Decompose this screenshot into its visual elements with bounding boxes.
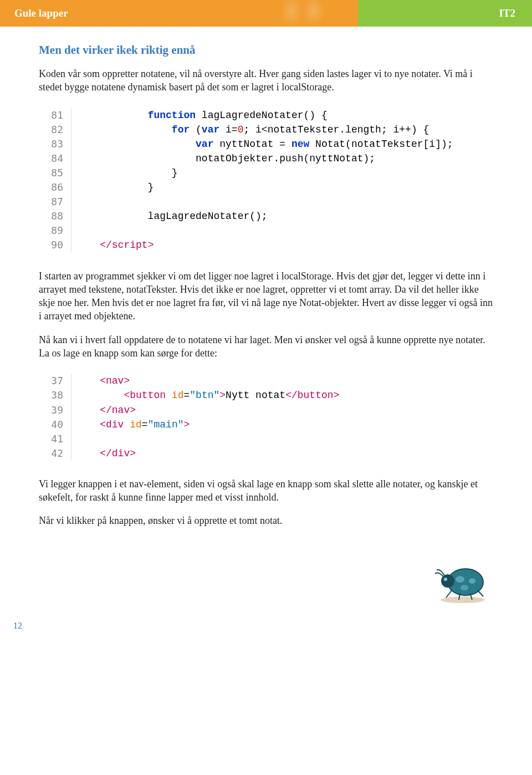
paragraph-2: I starten av programmet sjekker vi om de… (39, 269, 493, 323)
line-number: 39 (39, 403, 71, 417)
paragraph-3: Nå kan vi i hvert fall oppdatere de to n… (39, 333, 493, 360)
line-number: 88 (39, 209, 71, 223)
svg-point-0 (441, 596, 485, 603)
line-number: 84 (39, 151, 71, 166)
code-line: 83 var nyttNotat = new Notat(notatTekste… (39, 137, 493, 151)
code-block-2: 37 <nav>38 <button id="btn">Nytt notat</… (39, 374, 493, 461)
code-line: 85 } (39, 166, 493, 180)
header-right: IT2 (358, 0, 532, 27)
code-line: 90 </script> (39, 238, 493, 252)
code-line: 42 </div> (39, 446, 493, 461)
line-number: 85 (39, 166, 71, 180)
header-right-label: IT2 (499, 7, 515, 19)
code-text: lagLagredeNotater(); (76, 209, 268, 223)
code-line: 86 } (39, 180, 493, 195)
paragraph-4: Vi legger knappen i et nav-element, side… (39, 477, 493, 504)
header-title: Gule lapper (0, 0, 358, 27)
code-line: 84 notatObjekter.push(nyttNotat); (39, 151, 493, 166)
code-line: 81 function lagLagredeNotater() { (39, 108, 493, 123)
code-text: } (76, 180, 154, 195)
code-line: 41 (39, 432, 493, 446)
butterfly-decoration (269, 0, 336, 27)
line-number: 82 (39, 123, 71, 137)
line-number: 90 (39, 238, 71, 252)
decorative-bug-container (0, 549, 532, 621)
code-line: 38 <button id="btn">Nytt notat</button> (39, 388, 493, 402)
line-number: 86 (39, 180, 71, 195)
code-text: <button id="btn">Nytt notat</button> (76, 388, 339, 402)
svg-point-4 (469, 578, 475, 584)
line-number: 40 (39, 417, 71, 432)
paragraph-1: Koden vår som oppretter notatene, vil nå… (39, 67, 493, 94)
line-number: 89 (39, 223, 71, 238)
line-number: 83 (39, 137, 71, 151)
section-title: Men det virker ikek riktig ennå (39, 43, 493, 57)
svg-point-7 (444, 578, 447, 581)
code-text: <nav> (76, 374, 130, 388)
line-number: 81 (39, 108, 71, 123)
code-text: </script> (76, 238, 154, 252)
code-text: </div> (76, 446, 136, 461)
code-block-1: 81 function lagLagredeNotater() {82 for … (39, 108, 493, 253)
code-text: notatObjekter.push(nyttNotat); (76, 151, 375, 166)
code-text: function lagLagredeNotater() { (76, 108, 328, 123)
code-line: 82 for (var i=0; i<notatTekster.length; … (39, 123, 493, 137)
code-line: 40 <div id="main"> (39, 417, 493, 432)
svg-point-3 (456, 576, 464, 583)
line-number: 41 (39, 432, 71, 446)
line-number: 38 (39, 388, 71, 402)
code-line: 37 <nav> (39, 374, 493, 388)
code-line: 87 (39, 195, 493, 209)
code-text: for (var i=0; i<notatTekster.length; i++… (76, 123, 429, 137)
page-header: Gule lapper IT2 (0, 0, 532, 27)
code-text: } (76, 166, 178, 180)
paragraph-5: Når vi klikker på knappen, ønsker vi å o… (39, 514, 493, 527)
code-text: var nyttNotat = new Notat(notatTekster[i… (76, 137, 453, 151)
line-number: 87 (39, 195, 71, 209)
header-left-label: Gule lapper (14, 7, 68, 19)
line-number: 42 (39, 446, 71, 461)
code-text: <div id="main"> (76, 417, 190, 432)
line-number: 37 (39, 374, 71, 388)
svg-point-5 (461, 585, 468, 590)
code-line: 89 (39, 223, 493, 238)
code-text: </nav> (76, 403, 136, 417)
code-line: 39 </nav> (39, 403, 493, 417)
page-number: 12 (0, 621, 532, 642)
bug-icon (432, 560, 493, 604)
code-line: 88 lagLagredeNotater(); (39, 209, 493, 223)
page-content: Men det virker ikek riktig ennå Koden vå… (0, 27, 532, 549)
